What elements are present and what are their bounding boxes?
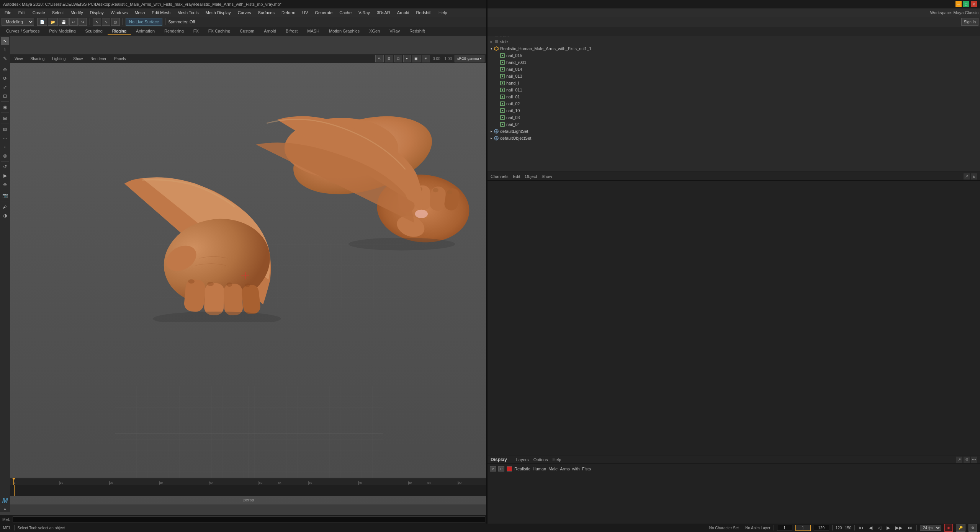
- vp-view-menu[interactable]: View: [13, 56, 25, 61]
- tree-item-17[interactable]: ▸defaultObjectSet: [488, 135, 980, 142]
- menu-edit-mesh[interactable]: Edit Mesh: [149, 10, 173, 16]
- snap-curve-icon[interactable]: ⋯: [1, 134, 9, 142]
- display-options-menu[interactable]: Options: [533, 457, 548, 462]
- soft-select-icon[interactable]: ◉: [1, 103, 9, 111]
- paint-btn[interactable]: ◎: [111, 18, 120, 26]
- menu-file[interactable]: File: [2, 10, 15, 16]
- tree-item-15[interactable]: nail_04: [488, 121, 980, 128]
- display-float-btn[interactable]: ↗: [956, 457, 962, 463]
- redo-btn[interactable]: ↪: [79, 18, 87, 26]
- select-tool-btn[interactable]: ↖: [93, 18, 101, 26]
- tab-bifrost[interactable]: Bifrost: [281, 28, 302, 35]
- fps-selector[interactable]: 24 fps 30 fps 60 fps: [920, 525, 941, 531]
- mode-dropdown[interactable]: Modeling Rigging Animation FX Rendering: [2, 18, 34, 26]
- snap-view-icon[interactable]: ◎: [1, 152, 9, 160]
- snap-grid-icon[interactable]: ⊠: [1, 125, 9, 134]
- menu-display[interactable]: Display: [87, 10, 107, 16]
- vp-lighting-menu[interactable]: Lighting: [51, 56, 67, 61]
- camera-icon[interactable]: 📷: [1, 191, 9, 200]
- tab-animation[interactable]: Animation: [131, 28, 159, 35]
- tree-item-13[interactable]: nail_10: [488, 107, 980, 114]
- tab-rigging[interactable]: Rigging: [108, 28, 131, 35]
- menu-mesh-display[interactable]: Mesh Display: [203, 10, 234, 16]
- paint-effects-icon[interactable]: 🖌: [1, 202, 9, 211]
- timeline-settings-btn[interactable]: ⚙: [969, 524, 977, 532]
- start-frame-input[interactable]: [777, 525, 792, 531]
- vp-renderer-menu[interactable]: Renderer: [89, 56, 108, 61]
- current-frame-input[interactable]: [795, 525, 811, 531]
- panel-resize-handle[interactable]: [486, 0, 488, 532]
- tab-curves-surfaces[interactable]: Curves / Surfaces: [2, 28, 44, 35]
- tab-fx-caching[interactable]: FX Caching: [204, 28, 235, 35]
- skip-start-btn[interactable]: ⏮: [858, 524, 865, 531]
- tab-xgen[interactable]: XGen: [365, 28, 384, 35]
- channels-object-menu[interactable]: Object: [525, 174, 537, 179]
- prev-frame-btn[interactable]: ◀: [868, 524, 874, 531]
- vp-wireframe-btn[interactable]: □: [394, 55, 402, 62]
- sculpt-icon[interactable]: ◑: [1, 211, 9, 220]
- menu-surfaces[interactable]: Surfaces: [255, 10, 278, 16]
- status-no-anim[interactable]: No Anim Layer: [745, 526, 771, 530]
- save-btn[interactable]: 💾: [59, 18, 69, 26]
- vp-color-space-btn[interactable]: sRGB gamma ▾: [455, 55, 484, 62]
- new-scene-btn[interactable]: 📄: [37, 18, 47, 26]
- tab-fx[interactable]: FX: [189, 28, 203, 35]
- minimize-button[interactable]: ─: [955, 1, 962, 7]
- menu-uv[interactable]: UV: [299, 10, 311, 16]
- tree-item-6[interactable]: hand_r001: [488, 59, 980, 66]
- tab-mash[interactable]: MASH: [303, 28, 324, 35]
- vp-show-menu[interactable]: Show: [72, 56, 84, 61]
- menu-edit[interactable]: Edit: [15, 10, 29, 16]
- maximize-button[interactable]: □: [963, 1, 969, 7]
- keyframe-btn[interactable]: 🔑: [956, 524, 965, 532]
- tab-sculpting[interactable]: Sculpting: [81, 28, 107, 35]
- no-live-surface-btn[interactable]: No Live Surface: [126, 18, 162, 26]
- display-layers-menu[interactable]: Layers: [516, 457, 529, 462]
- tab-rendering[interactable]: Rendering: [160, 28, 188, 35]
- move-icon[interactable]: ⊕: [1, 65, 9, 74]
- layer-v-btn[interactable]: V: [490, 466, 496, 472]
- end-frame-input[interactable]: [814, 525, 829, 531]
- undo-btn[interactable]: ↩: [69, 18, 78, 26]
- tree-item-7[interactable]: nail_014: [488, 66, 980, 73]
- vp-grid-btn[interactable]: ⊞: [385, 55, 393, 62]
- menu-windows[interactable]: Windows: [108, 10, 131, 16]
- vp-shading-menu[interactable]: Shading: [29, 56, 46, 61]
- vp-select-type-btn[interactable]: ↖: [375, 55, 384, 62]
- display-settings-btn[interactable]: ⚙: [964, 457, 970, 463]
- channels-show-menu[interactable]: Show: [542, 174, 552, 179]
- menu-create[interactable]: Create: [29, 10, 48, 16]
- menu-select[interactable]: Select: [49, 10, 67, 16]
- close-button[interactable]: ✕: [971, 1, 977, 7]
- tab-motion-graphics[interactable]: Motion Graphics: [324, 28, 364, 35]
- skip-end-btn[interactable]: ⏭: [906, 524, 913, 531]
- play-btn[interactable]: ▶: [885, 524, 891, 531]
- play-back-btn[interactable]: ◁: [877, 524, 882, 531]
- menu-mesh-tools[interactable]: Mesh Tools: [174, 10, 201, 16]
- tree-item-14[interactable]: nail_03: [488, 114, 980, 121]
- menu-help[interactable]: Help: [435, 10, 450, 16]
- tree-item-11[interactable]: nail_01: [488, 93, 980, 100]
- open-btn[interactable]: 📂: [48, 18, 58, 26]
- display-icons-btn[interactable]: ▪▪▪: [971, 457, 977, 463]
- tree-item-5[interactable]: nail_015: [488, 52, 980, 59]
- tab-poly-modeling[interactable]: Poly Modeling: [44, 28, 80, 35]
- menu-redshift[interactable]: Redshift: [413, 10, 435, 16]
- timeline-ruler[interactable]: 1 10 20 30 40 50 54 60 70 80 84: [10, 478, 488, 485]
- rotate-icon[interactable]: ⟳: [1, 74, 9, 83]
- auto-key-btn[interactable]: ◉: [944, 524, 953, 532]
- lasso-icon[interactable]: ⌇: [1, 46, 9, 54]
- timeline-track[interactable]: [10, 485, 488, 496]
- menu-curves[interactable]: Curves: [235, 10, 254, 16]
- vp-smooth-btn[interactable]: ●: [403, 55, 411, 62]
- status-no-char[interactable]: No Character Set: [709, 526, 739, 530]
- next-frame-btn[interactable]: ▶▶: [894, 524, 903, 531]
- tree-item-16[interactable]: ▸defaultLightSet: [488, 128, 980, 135]
- channels-float-btn[interactable]: ↗: [964, 173, 970, 180]
- menu-arnold[interactable]: Arnold: [394, 10, 412, 16]
- menu-deform[interactable]: Deform: [278, 10, 298, 16]
- tree-item-8[interactable]: nail_013: [488, 73, 980, 80]
- universal-manip-icon[interactable]: ⊡: [1, 92, 9, 100]
- menu-modify[interactable]: Modify: [67, 10, 86, 16]
- scale-icon[interactable]: ⤢: [1, 83, 9, 91]
